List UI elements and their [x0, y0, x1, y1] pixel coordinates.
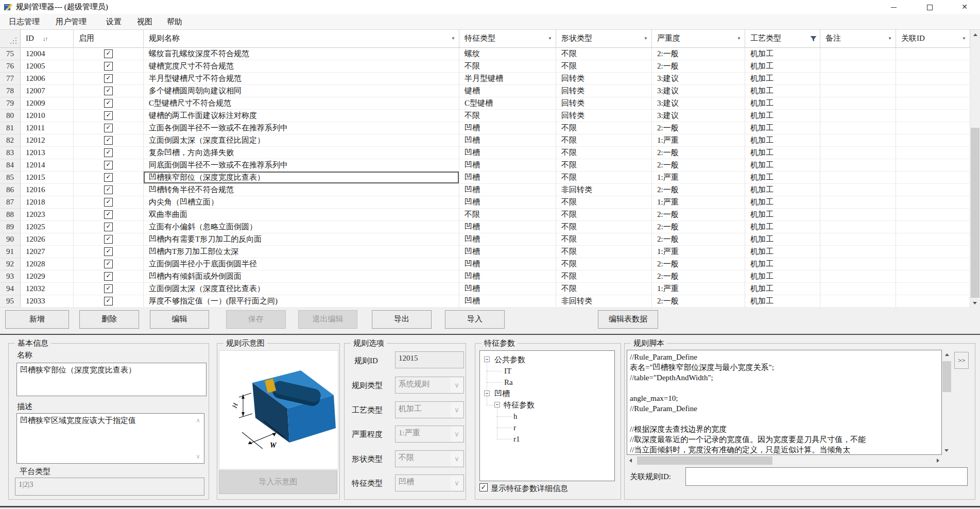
close-icon[interactable]: ✕: [953, 0, 976, 14]
header-related-id[interactable]: 关联ID ▼: [896, 30, 970, 47]
cell-feature-type[interactable]: 凹槽: [459, 196, 556, 209]
export-button[interactable]: 导出: [372, 310, 432, 329]
add-button[interactable]: 新增: [5, 310, 69, 329]
tree-node-common-params[interactable]: 公共参数: [494, 354, 525, 365]
cell-severity[interactable]: 2:一般: [652, 147, 745, 159]
import-button[interactable]: 导入: [445, 310, 505, 329]
cell-process-type[interactable]: 机加工: [745, 134, 820, 147]
cell-process-type[interactable]: 机加工: [745, 270, 820, 283]
cell-severity[interactable]: 1:严重: [652, 196, 745, 209]
cell-rule-name[interactable]: 立面倒圆太深（深度直径比查表）: [144, 283, 459, 295]
cell-id[interactable]: 12032: [21, 283, 74, 295]
enable-checkbox[interactable]: ✓: [104, 235, 113, 244]
cell-rule-name[interactable]: 立面有小偏斜（忽略立面倒圆）: [144, 221, 459, 233]
cell-related-id[interactable]: [896, 270, 970, 283]
cell-related-id[interactable]: [896, 73, 970, 85]
cell-rule-name[interactable]: 凹槽内有需要T形刀加工的反向面: [144, 233, 459, 246]
cell-remark[interactable]: [820, 134, 896, 147]
cell-remark[interactable]: [820, 184, 896, 196]
cell-rule-name[interactable]: 多个键槽圆周朝向建议相同: [144, 85, 459, 97]
cell-enabled[interactable]: ✓: [74, 270, 144, 283]
scrollbar-thumb[interactable]: [971, 128, 979, 298]
enable-checkbox[interactable]: ✓: [104, 284, 113, 293]
header-enabled[interactable]: 启用: [74, 30, 144, 47]
scroll-down-icon[interactable]: [944, 449, 949, 452]
cell-severity[interactable]: 2:一般: [652, 60, 745, 73]
cell-feature-type[interactable]: 不限: [459, 209, 556, 221]
cell-remark[interactable]: [820, 97, 896, 110]
enable-checkbox[interactable]: ✓: [104, 185, 113, 194]
cell-related-id[interactable]: [896, 221, 970, 233]
row-number[interactable]: 75: [0, 48, 21, 60]
cell-related-id[interactable]: [896, 295, 970, 308]
cell-related-id[interactable]: [896, 97, 970, 110]
cell-enabled[interactable]: ✓: [74, 233, 144, 246]
cell-rule-name[interactable]: 键槽宽度尺寸不符合规范: [144, 60, 459, 73]
menu-view[interactable]: 视图: [135, 14, 154, 29]
filter-dropdown-icon[interactable]: ▼: [548, 30, 552, 47]
cell-process-type[interactable]: 机加工: [745, 85, 820, 97]
cell-rule-name[interactable]: 立面倒圆太深（深度直径比固定）: [144, 134, 459, 147]
expand-script-button[interactable]: >>: [954, 352, 969, 369]
cell-severity[interactable]: 1:严重: [652, 134, 745, 147]
cell-shape-type[interactable]: 回转类: [556, 73, 652, 85]
tree-node-r[interactable]: r: [513, 422, 516, 433]
row-number[interactable]: 85: [0, 172, 21, 184]
cell-shape-type[interactable]: 不限: [556, 48, 652, 60]
table-corner-header[interactable]: [0, 30, 21, 47]
cell-rule-name[interactable]: 厚度不够指定值（一）(限平行面之间): [144, 295, 459, 308]
cell-severity[interactable]: 1:严重: [652, 172, 745, 184]
cell-shape-type[interactable]: 不限: [556, 258, 652, 270]
cell-id[interactable]: 12026: [21, 233, 74, 246]
cell-id[interactable]: 12007: [21, 85, 74, 97]
filter-dropdown-icon[interactable]: ▼: [451, 30, 455, 47]
header-shape-type[interactable]: 形状类型 ▼: [556, 30, 652, 47]
cell-process-type[interactable]: 机加工: [745, 196, 820, 209]
scroll-up-icon[interactable]: [945, 353, 949, 356]
cell-related-id[interactable]: [896, 209, 970, 221]
cell-rule-name[interactable]: 凹槽内T形刀加工部位太深: [144, 246, 459, 258]
cell-shape-type[interactable]: 回转类: [556, 85, 652, 97]
header-id[interactable]: ID ↓↑: [21, 30, 74, 47]
cell-severity[interactable]: 2:一般: [652, 221, 745, 233]
cell-related-id[interactable]: [896, 85, 970, 97]
cell-rule-name[interactable]: 凹槽狭窄部位（深度宽度比查表）: [144, 172, 459, 184]
cell-feature-type[interactable]: 凹槽: [459, 258, 556, 270]
cell-remark[interactable]: [820, 209, 896, 221]
cell-id[interactable]: 12018: [21, 196, 74, 209]
enable-checkbox[interactable]: ✓: [104, 272, 113, 281]
cell-enabled[interactable]: ✓: [74, 184, 144, 196]
filter-dropdown-icon[interactable]: ▼: [737, 30, 741, 47]
enable-checkbox[interactable]: ✓: [104, 74, 113, 83]
cell-remark[interactable]: [820, 295, 896, 308]
cell-feature-type[interactable]: 凹槽: [459, 221, 556, 233]
cell-feature-type[interactable]: 不限: [459, 110, 556, 122]
filter-funnel-icon[interactable]: [810, 36, 817, 42]
header-severity[interactable]: 严重度 ▼: [652, 30, 745, 47]
cell-remark[interactable]: [820, 172, 896, 184]
cell-id[interactable]: 12013: [21, 147, 74, 159]
scroll-right-icon[interactable]: [937, 459, 939, 463]
cell-process-type[interactable]: 机加工: [745, 221, 820, 233]
cell-process-type[interactable]: 机加工: [745, 172, 820, 184]
tree-node-groove[interactable]: 凹槽: [494, 388, 510, 399]
cell-remark[interactable]: [820, 233, 896, 246]
cell-remark[interactable]: [820, 48, 896, 60]
row-number[interactable]: 86: [0, 184, 21, 196]
cell-id[interactable]: 12011: [21, 122, 74, 134]
cell-related-id[interactable]: [896, 122, 970, 134]
cell-rule-name[interactable]: 立面倒圆半径小于底面倒圆半径: [144, 258, 459, 270]
cell-id[interactable]: 12028: [21, 258, 74, 270]
cell-id[interactable]: 12010: [21, 110, 74, 122]
cell-related-id[interactable]: [896, 246, 970, 258]
cell-related-id[interactable]: [896, 147, 970, 159]
cell-enabled[interactable]: ✓: [74, 196, 144, 209]
cell-process-type[interactable]: 机加工: [745, 122, 820, 134]
cell-rule-name[interactable]: 立面各倒圆半径不一致或不在推荐系列中: [144, 122, 459, 134]
cell-severity[interactable]: 1:严重: [652, 283, 745, 295]
filter-dropdown-icon[interactable]: ▼: [888, 30, 892, 47]
cell-severity[interactable]: 2:一般: [652, 184, 745, 196]
row-number[interactable]: 89: [0, 221, 21, 233]
cell-shape-type[interactable]: 不限: [556, 122, 652, 134]
cell-severity[interactable]: 2:一般: [652, 209, 745, 221]
